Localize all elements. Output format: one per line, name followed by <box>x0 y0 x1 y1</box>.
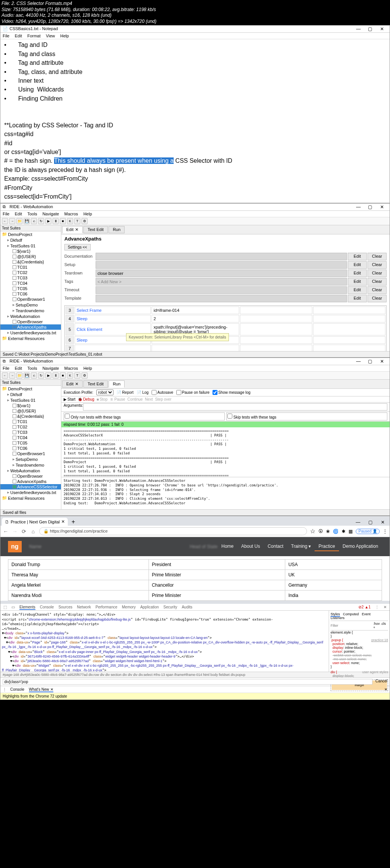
toolbar-btn[interactable]: → <box>9 218 15 224</box>
tree-item[interactable]: ▸ Dkfsdf <box>0 237 61 243</box>
toolbar-btn[interactable]: ▶ <box>45 372 51 379</box>
clear-btn[interactable]: Clear <box>368 270 387 277</box>
toolbar-btn[interactable]: K <box>67 218 73 224</box>
toolbar-btn[interactable]: T <box>74 372 80 379</box>
report-btn[interactable]: Report <box>122 390 134 395</box>
devtools-tab-security[interactable]: Security <box>163 605 177 609</box>
menu-file[interactable]: File <box>3 212 10 216</box>
tree-item[interactable]: 📁 DemoProject <box>0 386 61 391</box>
clear-btn[interactable]: Clear <box>368 278 387 286</box>
menu-file[interactable]: File <box>3 34 10 38</box>
tree-item[interactable]: ▸ TestSuites 01 <box>0 397 61 403</box>
url-input[interactable]: 🔒 https://ngendigital.com/practice <box>39 527 307 535</box>
tree-item[interactable]: TC06 <box>0 446 61 451</box>
drawer-close-icon[interactable]: ✕ <box>384 687 387 692</box>
tree-item[interactable]: ${var1} <box>0 403 61 408</box>
toolbar-btn[interactable]: ⏸ <box>53 372 59 379</box>
clear-btn[interactable]: Clear <box>368 253 387 260</box>
home-button[interactable]: ⌂ <box>30 528 36 534</box>
ext-icon[interactable]: ❀ <box>326 529 330 534</box>
edit-btn[interactable]: Edit <box>348 253 367 260</box>
clear-btn[interactable]: Clear <box>368 286 387 294</box>
menu-file[interactable]: File <box>3 366 10 371</box>
devtools-tab-performance[interactable]: Performance <box>96 605 117 609</box>
tree-item[interactable]: TC01 <box>0 265 61 270</box>
ext-icon[interactable]: 🌀 <box>333 529 339 534</box>
profile-select[interactable]: robot <box>96 390 113 395</box>
device-icon[interactable]: ▭ <box>11 605 15 609</box>
tree-item[interactable]: ▸ Teardowndemo <box>0 308 61 313</box>
devtools-tab-console[interactable]: Console <box>40 605 54 609</box>
close-button[interactable]: ✕ <box>377 204 387 210</box>
maximize-button[interactable]: ▢ <box>365 359 376 364</box>
toolbar-btn[interactable]: ← <box>2 372 8 379</box>
back-button[interactable]: ← <box>3 528 9 534</box>
field-value[interactable] <box>96 295 347 302</box>
toolbar-btn[interactable]: ▶ <box>45 218 51 224</box>
menu-tools[interactable]: Tools <box>27 366 37 371</box>
debug-btn[interactable]: 🐞 Debug <box>78 397 94 401</box>
drawer-tab[interactable]: What's New ✕ <box>29 687 53 692</box>
field-value[interactable] <box>96 286 347 294</box>
nav-home[interactable]: Home <box>217 542 237 551</box>
maximize-button[interactable]: ▢ <box>365 204 376 210</box>
nav-contact[interactable]: Contact <box>264 542 287 551</box>
field-value[interactable]: close browser <box>96 270 347 277</box>
dom-tree[interactable]: <div id="FirebugChannel" style="display:… <box>0 611 329 672</box>
drawer-tab[interactable]: Console <box>10 687 24 692</box>
new-tab-button[interactable]: + <box>69 518 77 525</box>
tab-run[interactable]: Run <box>109 380 125 388</box>
args-input[interactable] <box>83 403 387 411</box>
nav-demo-application[interactable]: Demo Application <box>339 542 382 551</box>
tree-item[interactable]: &{Credentials} <box>0 414 61 419</box>
tree-item[interactable]: ▸ Userdefinedkeywords.txt <box>0 489 61 495</box>
tree-item[interactable]: AdvanceXpaths <box>0 324 61 330</box>
menu-navigate[interactable]: Navigate <box>42 366 59 371</box>
tree-item[interactable]: ${var1} <box>0 249 61 254</box>
console-menu-icon[interactable]: ⋮ <box>3 687 6 692</box>
menu-help[interactable]: Help <box>83 366 92 371</box>
tab-edit[interactable]: Edit✕ <box>62 226 83 233</box>
menu-help[interactable]: Help <box>83 212 92 216</box>
toolbar-btn[interactable]: ■ <box>60 372 66 379</box>
devtools-menu-icon[interactable]: ⋮ <box>375 605 379 609</box>
edit-btn[interactable]: Edit <box>348 295 367 302</box>
menu-macros[interactable]: Macros <box>64 366 78 371</box>
tree-item[interactable]: ▸ SetupDemo <box>0 456 61 462</box>
menu-help[interactable]: Help <box>60 34 69 38</box>
notepad-content[interactable]: • Tag and ID • Tag and class • Tag and a… <box>0 39 390 203</box>
tree-item[interactable]: TC04 <box>0 281 61 286</box>
nav-practice[interactable]: Practice <box>315 542 339 551</box>
toolbar-btn[interactable]: 💾 <box>24 372 30 379</box>
tree-item[interactable]: ▸ TestSuites 01 <box>0 243 61 249</box>
error-badges[interactable]: ⊘2 ▲1 <box>358 605 371 609</box>
paused-badge[interactable]: Paused 👤 <box>356 529 380 534</box>
field-value[interactable] <box>96 253 347 260</box>
minimize-button[interactable]: — <box>353 520 363 525</box>
autosave-cb[interactable] <box>152 390 157 395</box>
toolbar-btn[interactable]: ⎌ <box>31 372 37 379</box>
keyword-grid[interactable]: 3Select Frameid=iframe-0144Sleep25Click … <box>64 305 387 351</box>
toolbar-btn[interactable]: ⎌ <box>31 218 37 224</box>
log-btn[interactable]: Log <box>142 390 149 395</box>
reload-button[interactable]: ⟳ <box>21 528 27 534</box>
close-button[interactable]: ✕ <box>377 520 388 525</box>
tab-text-edit[interactable]: Text Edit <box>83 226 108 233</box>
devtools-tab-memory[interactable]: Memory <box>122 605 136 609</box>
inspect-icon[interactable]: ⬚ <box>3 605 7 609</box>
start-btn[interactable]: ▶ Start <box>64 397 75 401</box>
ride2-tree[interactable]: Test Suites 📁 DemoProject▸ Dkfsdf▸ TestS… <box>0 380 61 509</box>
minimize-button[interactable]: — <box>353 204 364 210</box>
style-filter[interactable] <box>331 622 373 629</box>
devtools-tab-sources[interactable]: Sources <box>58 605 72 609</box>
tree-item[interactable]: TC05 <box>0 286 61 291</box>
tree-item[interactable]: TC03 <box>0 430 61 435</box>
ext-icon[interactable]: ✱ <box>342 529 345 534</box>
star-icon[interactable]: ☆ <box>310 528 315 535</box>
toolbar-btn[interactable]: ⚙ <box>82 372 88 379</box>
toolbar-btn[interactable]: 📁 <box>16 218 22 224</box>
menu-view[interactable]: View <box>46 34 55 38</box>
css-source[interactable]: practice:18 <box>371 638 388 642</box>
close-button[interactable]: ✕ <box>377 26 387 32</box>
tree-item[interactable]: ▸ WebAutomation <box>0 468 61 473</box>
